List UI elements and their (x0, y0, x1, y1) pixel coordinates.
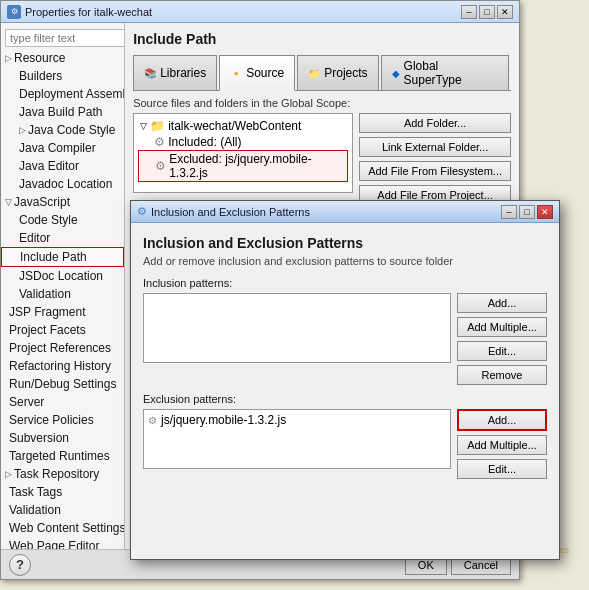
exclusion-list[interactable]: ⚙ js/jquery.mobile-1.3.2.js (143, 409, 451, 469)
exclusion-item-label: js/jquery.mobile-1.3.2.js (161, 413, 286, 427)
tabs-bar: 📚 Libraries 🔸 Source 📁 Projects ◆ Global… (133, 55, 511, 91)
sidebar-item-javadoc[interactable]: Javadoc Location (1, 175, 124, 193)
sidebar-item-project-facets[interactable]: Project Facets (1, 321, 124, 339)
sidebar-item-project-references[interactable]: Project References (1, 339, 124, 357)
sidebar-item-task-tags[interactable]: Task Tags (1, 483, 124, 501)
modal-icon: ⚙ (137, 205, 147, 218)
sidebar-item-code-style[interactable]: Code Style (1, 211, 124, 229)
add-file-filesystem-button[interactable]: Add File From Filesystem... (359, 161, 511, 181)
modal-title: Inclusion and Exclusion Patterns (151, 206, 310, 218)
sidebar-item-label: Targeted Runtimes (9, 449, 110, 463)
file-tree[interactable]: ▽ 📁 italk-wechat/WebContent ⚙ Included: … (133, 113, 353, 193)
sidebar-item-builders[interactable]: Builders (1, 67, 124, 85)
sidebar-item-label: Validation (19, 287, 71, 301)
sidebar-item-label: JavaScript (14, 195, 70, 209)
tab-source[interactable]: 🔸 Source (219, 55, 295, 91)
modal-window: ⚙ Inclusion and Exclusion Patterns – □ ✕… (130, 200, 560, 560)
sidebar-item-label: Project Facets (9, 323, 86, 337)
sidebar-item-run-debug[interactable]: Run/Debug Settings (1, 375, 124, 393)
sidebar-item-label: Resource (14, 51, 65, 65)
link-external-folder-button[interactable]: Link External Folder... (359, 137, 511, 157)
maximize-button[interactable]: □ (479, 5, 495, 19)
sidebar-item-label: Java Code Style (28, 123, 115, 137)
sidebar-item-java-compiler[interactable]: Java Compiler (1, 139, 124, 157)
expand-icon: ▷ (5, 469, 12, 479)
sidebar-item-java-code-style[interactable]: ▷ Java Code Style (1, 121, 124, 139)
sidebar-item-label: Builders (19, 69, 62, 83)
gear-icon: ⚙ (154, 135, 165, 149)
tree-item-excluded[interactable]: ⚙ Excluded: js/jquery.mobile-1.3.2.js (138, 150, 348, 182)
exclusion-list-item[interactable]: ⚙ js/jquery.mobile-1.3.2.js (144, 410, 450, 430)
sidebar-item-label: JSP Fragment (9, 305, 85, 319)
sidebar-item-service-policies[interactable]: Service Policies (1, 411, 124, 429)
title-bar-left: ⚙ Properties for italk-wechat (7, 5, 152, 19)
tab-libraries[interactable]: 📚 Libraries (133, 55, 217, 90)
modal-maximize-button[interactable]: □ (519, 205, 535, 219)
exclusion-section: ⚙ js/jquery.mobile-1.3.2.js Add... Add M… (143, 409, 547, 479)
sidebar-item-deployment[interactable]: Deployment Assembly (1, 85, 124, 103)
sidebar-item-targeted-runtimes[interactable]: Targeted Runtimes (1, 447, 124, 465)
sidebar-item-label: Editor (19, 231, 50, 245)
minimize-button[interactable]: – (461, 5, 477, 19)
exclusion-label: Exclusion patterns: (143, 393, 547, 405)
tree-item-webcontent[interactable]: ▽ 📁 italk-wechat/WebContent (138, 118, 348, 134)
sidebar: ▷ Resource Builders Deployment Assembly … (1, 23, 125, 579)
sidebar-item-label: Java Editor (19, 159, 79, 173)
inclusion-remove-button[interactable]: Remove (457, 365, 547, 385)
sidebar-item-label: Refactoring History (9, 359, 111, 373)
sidebar-item-server[interactable]: Server (1, 393, 124, 411)
sidebar-item-java-editor[interactable]: Java Editor (1, 157, 124, 175)
sidebar-item-label: Task Tags (9, 485, 62, 499)
tree-item-included[interactable]: ⚙ Included: (All) (138, 134, 348, 150)
help-button[interactable]: ? (9, 554, 31, 576)
modal-minimize-button[interactable]: – (501, 205, 517, 219)
sidebar-item-subversion[interactable]: Subversion (1, 429, 124, 447)
folder-icon: 📁 (150, 119, 165, 133)
expand-arrow: ▽ (140, 121, 147, 131)
sidebar-item-javascript[interactable]: ▽ JavaScript (1, 193, 124, 211)
tab-label: Global SuperType (404, 59, 498, 87)
gear-icon: ⚙ (155, 159, 166, 173)
sidebar-item-task-repository[interactable]: ▷ Task Repository (1, 465, 124, 483)
filter-input[interactable] (5, 29, 125, 47)
expand-icon: ▽ (5, 197, 12, 207)
modal-close-button[interactable]: ✕ (537, 205, 553, 219)
projects-icon: 📁 (308, 68, 320, 79)
sidebar-item-resource[interactable]: ▷ Resource (1, 49, 124, 67)
tab-projects[interactable]: 📁 Projects (297, 55, 378, 90)
close-button[interactable]: ✕ (497, 5, 513, 19)
sidebar-item-web-content[interactable]: Web Content Settings (1, 519, 124, 537)
tree-item-label: Excluded: js/jquery.mobile-1.3.2.js (169, 152, 345, 180)
exclusion-edit-button[interactable]: Edit... (457, 459, 547, 479)
sidebar-item-refactoring[interactable]: Refactoring History (1, 357, 124, 375)
modal-subheading: Add or remove inclusion and exclusion pa… (143, 255, 547, 267)
add-folder-button[interactable]: Add Folder... (359, 113, 511, 133)
sidebar-item-java-build-path[interactable]: Java Build Path (1, 103, 124, 121)
sidebar-item-label: JSDoc Location (19, 269, 103, 283)
tab-label: Libraries (160, 66, 206, 80)
title-bar: ⚙ Properties for italk-wechat – □ ✕ (1, 1, 519, 23)
expand-icon: ▷ (5, 53, 12, 63)
sidebar-item-label: Web Content Settings (9, 521, 125, 535)
sidebar-item-label: Task Repository (14, 467, 99, 481)
inclusion-edit-button[interactable]: Edit... (457, 341, 547, 361)
sidebar-item-jsdoc[interactable]: JSDoc Location (1, 267, 124, 285)
sidebar-item-editor[interactable]: Editor (1, 229, 124, 247)
exclusion-add-button[interactable]: Add... (457, 409, 547, 431)
inclusion-add-button[interactable]: Add... (457, 293, 547, 313)
tree-item-label: Included: (All) (168, 135, 241, 149)
sidebar-item-validation-js[interactable]: Validation (1, 285, 124, 303)
exclusion-add-multiple-button[interactable]: Add Multiple... (457, 435, 547, 455)
inclusion-add-multiple-button[interactable]: Add Multiple... (457, 317, 547, 337)
modal-title-left: ⚙ Inclusion and Exclusion Patterns (137, 205, 310, 218)
tab-global-supertype[interactable]: ◆ Global SuperType (381, 55, 509, 90)
sidebar-item-include-path[interactable]: Include Path (1, 247, 124, 267)
sidebar-item-label: Validation (9, 503, 61, 517)
sidebar-item-label: Code Style (19, 213, 78, 227)
sidebar-item-jsp-fragment[interactable]: JSP Fragment (1, 303, 124, 321)
sidebar-item-validation[interactable]: Validation (1, 501, 124, 519)
inclusion-list[interactable] (143, 293, 451, 363)
inclusion-buttons: Add... Add Multiple... Edit... Remove (457, 293, 547, 385)
sidebar-item-label: Include Path (20, 250, 87, 264)
tab-label: Source (246, 66, 284, 80)
